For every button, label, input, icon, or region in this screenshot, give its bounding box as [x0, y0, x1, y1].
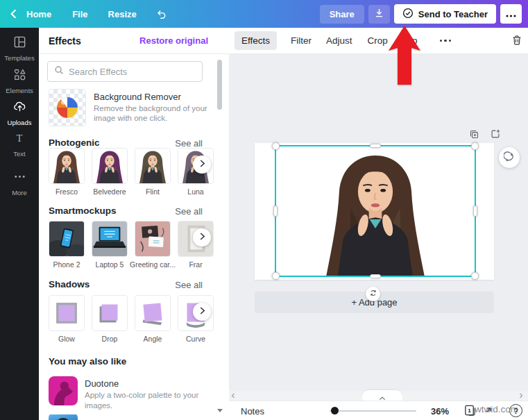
background-remover-thumbnail[interactable] — [49, 89, 86, 126]
send-to-teacher-label: Send to Teacher — [418, 9, 488, 19]
duplicate-page-button[interactable] — [469, 129, 479, 142]
resize-handle-right[interactable] — [473, 205, 477, 217]
horizontal-scrollbar[interactable] — [229, 391, 528, 401]
resize-handle-bottom-right[interactable] — [471, 272, 479, 280]
rotate-handle[interactable] — [366, 287, 380, 301]
effect-thumb-fresco[interactable] — [49, 148, 85, 184]
sidebar-label: Templates — [4, 54, 34, 62]
resize-handle-top-left[interactable] — [272, 142, 280, 150]
menu-resize[interactable]: Resize — [108, 9, 137, 19]
resize-handle-top-right[interactable] — [471, 142, 479, 150]
duotone-description: Apply a two-color palette to your images… — [85, 390, 208, 411]
fullscreen-button[interactable] — [484, 406, 493, 417]
see-all-smartmockups[interactable]: See all — [175, 206, 203, 217]
tab-flip[interactable]: Flip — [402, 35, 418, 46]
search-icon — [54, 65, 64, 78]
sidebar-item-text[interactable]: T Text — [0, 130, 39, 159]
zoom-level: 36% — [431, 406, 449, 417]
canvas-area[interactable]: + Add page — [229, 54, 528, 401]
section-title-photogenic: Photogenic — [49, 137, 100, 148]
zoom-slider-track[interactable] — [330, 410, 416, 412]
download-button[interactable] — [368, 5, 390, 24]
effect-thumb-angle[interactable] — [135, 295, 171, 331]
see-all-photogenic[interactable]: See all — [175, 138, 203, 149]
page-count-icon: 1 — [463, 404, 477, 419]
page-count-button[interactable]: 1 — [463, 404, 477, 419]
resize-handle-bottom-left[interactable] — [272, 272, 280, 280]
see-all-shadows[interactable]: See all — [175, 280, 203, 290]
undo-icon[interactable] — [155, 8, 168, 20]
resize-handle-left[interactable] — [273, 205, 278, 217]
search-effects-input[interactable] — [69, 67, 196, 77]
restore-original-link[interactable]: Restore original — [139, 35, 208, 46]
duotone-thumbnail[interactable] — [49, 376, 78, 405]
smartmockups-next-button[interactable] — [193, 228, 211, 246]
sidebar-item-more[interactable]: More — [0, 168, 39, 197]
resize-handle-bottom[interactable] — [370, 274, 381, 278]
share-button[interactable]: Share — [320, 5, 364, 24]
add-new-page-button[interactable] — [490, 128, 501, 142]
sidebar-item-templates[interactable]: Templates — [0, 33, 39, 62]
sidebar-label: Text — [13, 150, 25, 158]
canvas-image-woman-portrait[interactable] — [276, 146, 475, 276]
menu-home[interactable]: Home — [26, 9, 51, 19]
elements-icon — [12, 67, 27, 85]
tab-effects[interactable]: Effects — [235, 31, 277, 50]
back-icon[interactable] — [10, 9, 17, 19]
partially-visible-list-item[interactable] — [49, 412, 78, 420]
canva-editor-window: Home File Resize Share — [0, 0, 528, 420]
image-toolbar: Effects Filter Adjust Crop Flip — [229, 28, 528, 54]
status-bar: Notes 36% 1 ? — [229, 401, 528, 420]
help-button[interactable]: ? — [509, 404, 522, 417]
effect-thumb-drop[interactable] — [92, 295, 128, 331]
effect-thumb-glow[interactable] — [49, 295, 85, 331]
thumb-label: Frar — [168, 260, 223, 269]
resize-handle-top[interactable] — [370, 144, 381, 148]
panel-scrollbar[interactable] — [217, 60, 222, 110]
scroll-left-icon[interactable] — [230, 392, 237, 400]
uploads-icon — [12, 99, 27, 117]
design-page[interactable] — [255, 143, 494, 280]
add-page-icon — [490, 128, 501, 142]
zoom-slider-knob[interactable] — [331, 407, 339, 414]
ellipsis-icon — [506, 9, 516, 19]
chevron-right-icon — [199, 159, 205, 170]
search-effects-box[interactable] — [47, 61, 203, 82]
delete-button[interactable] — [511, 34, 522, 48]
sidebar-item-uploads[interactable]: Uploads — [0, 98, 39, 127]
sidebar-label: Elements — [6, 87, 33, 94]
effect-thumb-phone-2[interactable] — [49, 221, 85, 257]
photogenic-next-button[interactable] — [193, 156, 211, 174]
send-to-teacher-button[interactable]: Send to Teacher — [394, 4, 496, 24]
scroll-down-arrow-icon[interactable] — [217, 409, 223, 412]
effect-thumb-flint[interactable] — [135, 148, 171, 184]
sidebar-label: Uploads — [8, 119, 32, 126]
toolbar-more-icon[interactable] — [440, 40, 452, 42]
tab-crop[interactable]: Crop — [368, 35, 388, 46]
section-title-you-may-also-like: You may also like — [49, 356, 126, 367]
effect-thumb-belvedere[interactable] — [92, 148, 128, 184]
thumb-label: Curve — [168, 335, 223, 343]
topbar-more-button[interactable] — [500, 4, 522, 24]
sidebar-label: More — [12, 189, 27, 196]
tab-filter[interactable]: Filter — [291, 35, 312, 46]
menu-file[interactable]: File — [72, 9, 87, 19]
panel-header: Effects Restore original — [39, 28, 229, 54]
effect-thumb-greeting-card[interactable] — [135, 221, 171, 257]
check-circle-icon — [402, 8, 414, 21]
section-title-shadows: Shadows — [49, 279, 90, 289]
duotone-title[interactable]: Duotone — [85, 378, 119, 389]
comment-button[interactable] — [499, 147, 520, 168]
scroll-right-icon[interactable] — [518, 392, 525, 400]
effect-thumb-laptop-5[interactable] — [92, 221, 128, 257]
sidebar-item-elements[interactable]: Elements — [0, 66, 39, 95]
tab-adjust[interactable]: Adjust — [326, 35, 352, 46]
templates-icon — [12, 35, 27, 52]
shadows-next-button[interactable] — [193, 303, 211, 321]
more-dots-icon — [12, 169, 27, 187]
collapse-panel-tab[interactable] — [362, 390, 402, 401]
notes-button[interactable]: Notes — [241, 406, 264, 417]
duplicate-page-icon — [469, 129, 479, 142]
trash-icon — [511, 34, 522, 48]
background-remover-title[interactable]: Background Remover — [94, 92, 181, 102]
